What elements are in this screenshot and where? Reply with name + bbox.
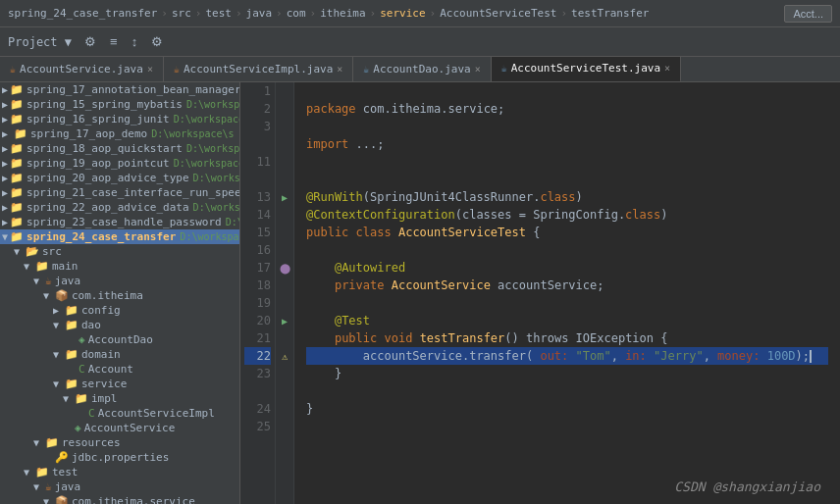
sidebar-item-account[interactable]: ▶ C Account bbox=[0, 362, 239, 377]
main-area: ▶ 📁 spring_17_annotation_bean_manager D:… bbox=[0, 82, 840, 504]
line-numbers: 1 2 3 11 13 14 15 16 17 18 19 20 21 22 bbox=[240, 82, 276, 504]
close-icon[interactable]: × bbox=[337, 64, 342, 75]
tab-label: AccountService.java bbox=[20, 63, 143, 76]
sidebar-item-impl[interactable]: ▼ 📁 impl bbox=[0, 391, 239, 406]
autowired-gutter-icon: ⬤ bbox=[280, 263, 290, 274]
tab-label: AccountServiceImpl.java bbox=[184, 63, 333, 76]
sidebar-item[interactable]: ▶ 📁 spring_18_aop_quickstart D:\workspac… bbox=[0, 141, 239, 156]
sidebar-item-config[interactable]: ▶ 📁 config bbox=[0, 303, 239, 318]
sidebar-item[interactable]: ▶ 📁 spring_22_aop_advice_data D:\workspa… bbox=[0, 200, 239, 215]
editor-area[interactable]: 1 2 3 11 13 14 15 16 17 18 19 20 21 22 bbox=[240, 82, 840, 504]
sidebar-item[interactable]: ▶ 📁 spring_16_spring_junit D:\workspace\… bbox=[0, 112, 239, 126]
breadcrumb: spring_24_case_transfer › src › test › j… bbox=[8, 7, 784, 20]
sidebar-item[interactable]: ▶ 📁 spring_20_aop_advice_type D:\workspa… bbox=[0, 171, 239, 185]
tab-accountservicetest[interactable]: ☕ AccountServiceTest.java × bbox=[492, 57, 681, 82]
java-icon: ☕ bbox=[501, 63, 507, 74]
sidebar-item-accountdao[interactable]: ▶ ◈ AccountDao bbox=[0, 332, 239, 347]
java-icon: ☕ bbox=[10, 64, 16, 75]
gutter-icons: ▶ ⬤ ▶ ⚠ bbox=[276, 82, 293, 504]
sidebar-item[interactable]: ▶ 📁 spring_21_case_interface_run_speed D… bbox=[0, 185, 239, 200]
warning-icon: ⚠ bbox=[282, 351, 288, 362]
close-icon[interactable]: × bbox=[475, 64, 481, 75]
sidebar-item-jdbcprops[interactable]: ▶ 🔑 jdbc.properties bbox=[0, 450, 239, 465]
run-gutter-icon[interactable]: ▶ bbox=[282, 192, 288, 203]
settings-icon[interactable]: ⚙ bbox=[79, 31, 101, 52]
sidebar-item-comitheimaservice[interactable]: ▼ 📦 com.itheima.service bbox=[0, 494, 239, 504]
sidebar-item-domain[interactable]: ▼ 📁 domain bbox=[0, 347, 239, 362]
sidebar-item-dao[interactable]: ▼ 📁 dao bbox=[0, 318, 239, 332]
sidebar-item-accountserviceimpl[interactable]: ▶ C AccountServiceImpl bbox=[0, 406, 239, 421]
sidebar-item-main[interactable]: ▼ 📁 main bbox=[0, 259, 239, 274]
sidebar-item-testjava[interactable]: ▼ ☕ java bbox=[0, 479, 239, 494]
sidebar-item[interactable]: ▶ 📁 spring_19_aop_pointcut D:\workspace\… bbox=[0, 156, 239, 171]
sidebar-item-spring24[interactable]: ▼ 📁 spring_24_case_transfer D:\workspace… bbox=[0, 229, 239, 244]
close-icon[interactable]: × bbox=[664, 63, 670, 74]
collapse-icon[interactable]: ≡ bbox=[105, 31, 123, 52]
tab-accountservice[interactable]: ☕ AccountService.java × bbox=[0, 57, 164, 82]
close-icon[interactable]: × bbox=[147, 64, 153, 75]
toolbar: Project ▼ ⚙ ≡ ↕ ⚙ bbox=[0, 27, 840, 57]
sidebar-item-service[interactable]: ▼ 📁 service bbox=[0, 377, 239, 391]
sidebar-item-test[interactable]: ▼ 📁 test bbox=[0, 465, 239, 479]
tab-label: AccountServiceTest.java bbox=[511, 62, 660, 75]
project-label[interactable]: Project ▼ bbox=[4, 35, 76, 49]
sidebar-item-java[interactable]: ▼ ☕ java bbox=[0, 274, 239, 288]
tabs-bar: ☕ AccountService.java × ☕ AccountService… bbox=[0, 57, 840, 82]
top-right: Acct... bbox=[784, 5, 832, 23]
test-run-icon[interactable]: ▶ bbox=[282, 316, 288, 327]
gear-icon[interactable]: ⚙ bbox=[146, 31, 168, 52]
tab-label: AccountDao.java bbox=[373, 63, 470, 76]
tab-accountdao[interactable]: ☕ AccountDao.java × bbox=[353, 57, 491, 82]
tab-accountserviceimpl[interactable]: ☕ AccountServiceImpl.java × bbox=[164, 57, 353, 82]
watermark: CSDN @shangxianjiao bbox=[674, 479, 820, 494]
account-button[interactable]: Acct... bbox=[784, 5, 832, 23]
sidebar-item[interactable]: ▶ 📁 spring_15_spring_mybatis D:\workspac… bbox=[0, 97, 239, 112]
sidebar-item-accountservice[interactable]: ▶ ◈ AccountService bbox=[0, 421, 239, 435]
sidebar-item-comitheima[interactable]: ▼ 📦 com.itheima bbox=[0, 288, 239, 303]
sidebar-item[interactable]: ▶ 📁 spring_17_annotation_bean_manager D:… bbox=[0, 82, 239, 97]
java-icon: ☕ bbox=[363, 64, 369, 75]
code-editor[interactable]: package com.itheima.service; import ...;… bbox=[294, 82, 840, 504]
sidebar-item[interactable]: ▶ 📁 spring_17_aop_demo D:\workspace\s bbox=[0, 126, 239, 141]
breadcrumb-project: spring_24_case_transfer bbox=[8, 7, 157, 20]
sidebar-item-src[interactable]: ▼ 📂 src bbox=[0, 244, 239, 259]
java-icon: ☕ bbox=[174, 64, 180, 75]
top-bar: spring_24_case_transfer › src › test › j… bbox=[0, 0, 840, 27]
sidebar[interactable]: ▶ 📁 spring_17_annotation_bean_manager D:… bbox=[0, 82, 240, 504]
sidebar-item[interactable]: ▶ 📁 spring_23_case_handle_password D:\wo… bbox=[0, 215, 239, 229]
sort-icon[interactable]: ↕ bbox=[127, 31, 143, 52]
sidebar-item-resources[interactable]: ▼ 📁 resources bbox=[0, 435, 239, 450]
line-gutter: 1 2 3 11 13 14 15 16 17 18 19 20 21 22 bbox=[240, 82, 294, 504]
code-view[interactable]: 1 2 3 11 13 14 15 16 17 18 19 20 21 22 bbox=[240, 82, 840, 504]
